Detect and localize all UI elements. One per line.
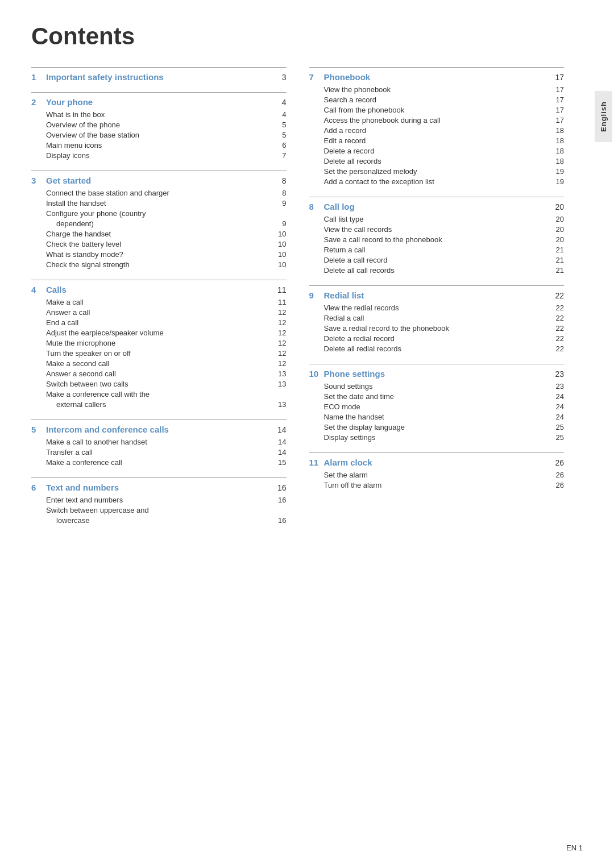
list-item: Return a call21 <box>309 244 565 255</box>
item-page: 10 <box>273 260 287 269</box>
item-label: Configure your phone (country <box>46 209 273 218</box>
list-item: Overview of the base station5 <box>31 130 287 140</box>
section-divider <box>309 67 565 68</box>
list-item: Make a second call12 <box>31 358 287 368</box>
list-item: Delete all redial records22 <box>309 343 565 354</box>
item-label: Turn the speaker on or off <box>46 349 273 358</box>
toc-section: 5Intercom and conference calls14Make a c… <box>31 420 287 467</box>
item-page: 17 <box>550 95 564 104</box>
list-item: Configure your phone (country <box>31 208 287 218</box>
item-label: Overview of the phone <box>46 121 273 129</box>
item-page: 16 <box>273 496 287 504</box>
section-title: Phonebook <box>324 72 551 82</box>
section-header: 1Important safety instructions3 <box>31 72 287 82</box>
section-divider <box>31 477 287 478</box>
item-label: Save a redial record to the phonebook <box>324 324 551 333</box>
section-page: 3 <box>273 73 287 82</box>
item-page: 19 <box>550 167 564 176</box>
item-page: 22 <box>550 334 564 343</box>
english-label: English <box>595 91 612 142</box>
section-divider <box>31 420 287 420</box>
list-item: Make a call11 <box>31 297 287 307</box>
item-page: 16 <box>273 516 287 525</box>
item-page: 12 <box>273 329 287 337</box>
section-header: 11Alarm clock26 <box>309 458 565 467</box>
item-label: Edit a record <box>324 136 551 145</box>
toc-section: 1Important safety instructions3 <box>31 67 287 82</box>
section-header: 7Phonebook17 <box>309 72 565 82</box>
item-label: Make a conference call <box>46 458 273 467</box>
list-item: Make a conference call with the <box>31 389 287 399</box>
item-page: 26 <box>550 481 564 489</box>
list-item: Add a contact to the exception list19 <box>309 176 565 186</box>
section-page: 26 <box>550 458 564 467</box>
item-label: Return a call <box>324 246 551 254</box>
item-page: 26 <box>550 471 564 479</box>
item-label: End a call <box>46 318 273 327</box>
item-label: Call from the phonebook <box>324 106 551 114</box>
list-item: Main menu icons6 <box>31 140 287 150</box>
list-item: dependent)9 <box>31 218 287 229</box>
section-page: 20 <box>550 202 564 211</box>
list-item: Delete a call record21 <box>309 255 565 265</box>
item-page: 20 <box>550 215 564 223</box>
item-page: 12 <box>273 308 287 317</box>
list-item: Add a record18 <box>309 125 565 135</box>
page-footer: EN 1 <box>566 844 583 852</box>
item-page: 13 <box>273 369 287 378</box>
list-item: Redial a call22 <box>309 313 565 323</box>
item-page: 24 <box>550 413 564 421</box>
item-label: Make a call <box>46 298 273 306</box>
item-page: 5 <box>273 121 287 129</box>
item-page: 25 <box>550 433 564 442</box>
item-label: View the redial records <box>324 304 551 312</box>
item-label: Set the display language <box>324 423 551 431</box>
toc-section: 7Phonebook17View the phonebook17Search a… <box>309 67 565 186</box>
item-label: Connect the base station and charger <box>46 189 273 197</box>
list-item: Delete a record18 <box>309 146 565 156</box>
item-label: Delete a redial record <box>324 334 551 343</box>
item-label: Answer a second call <box>46 369 273 378</box>
item-page: 13 <box>273 380 287 388</box>
item-page: 17 <box>550 106 564 114</box>
section-header: 10Phone settings23 <box>309 369 565 379</box>
item-label: Turn off the alarm <box>324 481 551 489</box>
section-number: 7 <box>309 72 322 82</box>
section-divider <box>309 197 565 197</box>
item-label: View the call records <box>324 225 551 234</box>
item-page: 23 <box>550 382 564 391</box>
item-page: 22 <box>550 314 564 322</box>
item-label: Name the handset <box>324 413 551 421</box>
item-label: Delete all records <box>324 157 551 165</box>
section-divider <box>31 92 287 93</box>
item-page: 10 <box>273 230 287 238</box>
list-item: Save a redial record to the phonebook22 <box>309 323 565 333</box>
item-label: Display settings <box>324 433 551 442</box>
list-item: Display settings25 <box>309 432 565 442</box>
list-item: Mute the microphone12 <box>31 338 287 348</box>
section-number: 11 <box>309 458 322 467</box>
toc-right: 7Phonebook17View the phonebook17Search a… <box>309 67 565 535</box>
list-item: Sound settings23 <box>309 381 565 391</box>
list-item: Edit a record18 <box>309 135 565 146</box>
section-divider <box>309 285 565 286</box>
item-page: 7 <box>273 151 287 160</box>
section-title: Call log <box>324 202 551 211</box>
item-label: Redial a call <box>324 314 551 322</box>
item-label: Check the battery level <box>46 240 273 248</box>
item-page: 21 <box>550 256 564 264</box>
item-page: 22 <box>550 304 564 312</box>
section-page: 16 <box>273 483 287 492</box>
list-item: Overview of the phone5 <box>31 119 287 130</box>
item-page: 6 <box>273 141 287 149</box>
item-label: Mute the microphone <box>46 339 273 347</box>
section-number: 8 <box>309 202 322 211</box>
section-title: Redial list <box>324 290 551 300</box>
item-label: Display icons <box>46 151 273 160</box>
list-item: Delete a redial record22 <box>309 333 565 343</box>
list-item: Make a conference call15 <box>31 457 287 467</box>
section-page: 11 <box>273 285 287 294</box>
item-label: Install the handset <box>46 199 273 207</box>
item-page: 25 <box>550 423 564 431</box>
list-item: Access the phonebook during a call17 <box>309 115 565 125</box>
